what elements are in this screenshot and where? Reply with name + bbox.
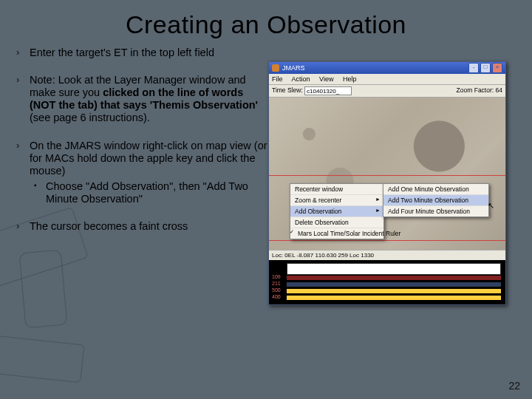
menubar: File Action View Help [269, 74, 505, 85]
context-add-observation[interactable]: Add Observation [290, 206, 383, 217]
layer-panel: 109 211 500 400 [269, 260, 505, 304]
bullet-3-sub: Choose "Add Observation", then "Add Two … [30, 180, 268, 205]
map-view[interactable]: Recenter window Zoom & recenter Add Obse… [269, 98, 505, 250]
bullet-2-c: (see page 6 instructions). [30, 112, 150, 123]
status-bar: Loc: 0EL -8.087 110.630 259 Loc 1330 [269, 250, 505, 260]
submenu-add-four[interactable]: Add Four Minute Observation [383, 206, 488, 216]
menu-view[interactable]: View [319, 75, 333, 83]
context-ruler[interactable]: Mars Local Time/Solar Incident Ruler [290, 228, 383, 239]
menu-help[interactable]: Help [343, 75, 357, 83]
zoom-label: Zoom Factor: [457, 86, 494, 95]
layer-label-2: 211 [272, 281, 287, 286]
context-delete-observation[interactable]: Delete Observation [290, 217, 383, 228]
submenu-add-one[interactable]: Add One Minute Observation [383, 184, 488, 195]
titlebar: JMARS ‐ □ × [269, 62, 505, 74]
jmars-window: JMARS ‐ □ × File Action View Help Time S… [268, 61, 506, 305]
context-zoom-recenter[interactable]: Zoom & recenter [290, 195, 383, 206]
app-icon [272, 64, 279, 72]
zoom-value: 64 [496, 86, 502, 95]
bullet-4: The cursor becomes a faint cross [21, 220, 268, 233]
context-recenter[interactable]: Recenter window [290, 184, 383, 195]
page-number: 22 [508, 380, 520, 392]
timeslew-input[interactable] [304, 86, 352, 95]
minimize-button[interactable]: ‐ [468, 63, 479, 73]
layer-label-1: 109 [272, 274, 287, 279]
bullet-3: On the JMARS window right-click on map v… [21, 140, 268, 206]
bullet-1: Enter the target's ET in the top left fi… [21, 47, 268, 59]
timeslew-label: Time Slew: [272, 86, 303, 95]
menu-file[interactable]: File [272, 75, 283, 83]
submenu-add-observation: Add One Minute Observation Add Two Minut… [383, 183, 489, 217]
bullet-2: Note: Look at the Layer Manager window a… [21, 74, 268, 124]
slide-title: Creating an Observation [0, 0, 532, 39]
layer-scale-band [287, 263, 501, 275]
bullet-3-text: On the JMARS window right-click on map v… [30, 140, 267, 177]
layer-label-3: 500 [272, 287, 287, 293]
close-button[interactable]: × [492, 63, 502, 73]
menu-action[interactable]: Action [292, 75, 310, 83]
layer-label-4: 400 [272, 294, 287, 299]
cursor-icon: ↖ [488, 201, 494, 211]
context-menu: Recenter window Zoom & recenter Add Obse… [290, 183, 384, 239]
maximize-button[interactable]: □ [480, 63, 491, 73]
app-title: JMARS [282, 64, 305, 72]
toolbar: Time Slew: Zoom Factor: 64 [269, 85, 505, 98]
submenu-add-two[interactable]: Add Two Minute Observation [383, 195, 488, 206]
